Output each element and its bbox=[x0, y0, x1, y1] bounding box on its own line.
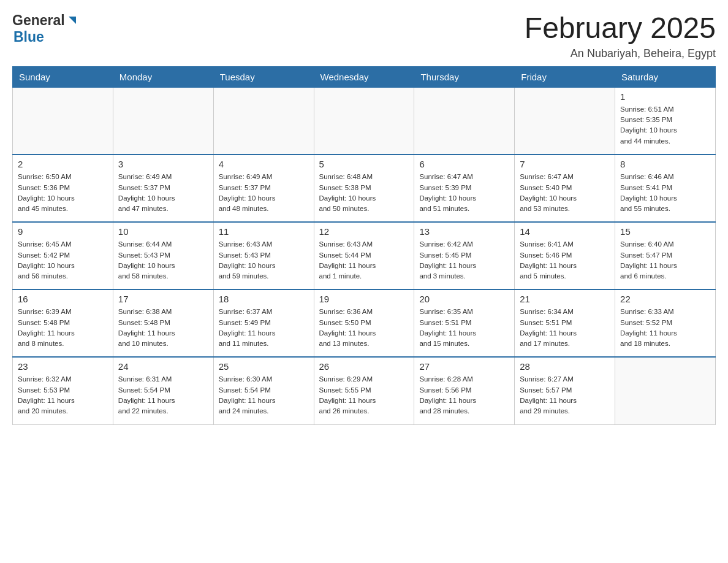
day-info: Sunrise: 6:47 AM Sunset: 5:39 PM Dayligh… bbox=[419, 172, 509, 214]
calendar-day-cell: 22Sunrise: 6:33 AM Sunset: 5:52 PM Dayli… bbox=[615, 289, 716, 357]
day-number: 21 bbox=[520, 294, 610, 304]
calendar-day-cell: 10Sunrise: 6:44 AM Sunset: 5:43 PM Dayli… bbox=[113, 222, 213, 289]
day-number: 10 bbox=[118, 226, 208, 237]
day-number: 2 bbox=[18, 159, 108, 169]
logo: General Blue bbox=[12, 12, 78, 45]
logo-general-text: General bbox=[12, 12, 65, 29]
day-number: 25 bbox=[219, 361, 309, 372]
day-number: 15 bbox=[620, 226, 710, 237]
calendar-day-cell: 13Sunrise: 6:42 AM Sunset: 5:45 PM Dayli… bbox=[414, 222, 515, 289]
calendar-day-cell bbox=[314, 87, 414, 155]
calendar-day-cell: 14Sunrise: 6:41 AM Sunset: 5:46 PM Dayli… bbox=[515, 222, 615, 289]
calendar-day-cell bbox=[13, 87, 113, 155]
calendar-day-cell: 3Sunrise: 6:49 AM Sunset: 5:37 PM Daylig… bbox=[113, 155, 213, 222]
calendar-day-cell: 16Sunrise: 6:39 AM Sunset: 5:48 PM Dayli… bbox=[13, 289, 113, 357]
day-number: 20 bbox=[419, 294, 509, 304]
day-info: Sunrise: 6:27 AM Sunset: 5:57 PM Dayligh… bbox=[520, 374, 610, 416]
calendar-day-cell: 20Sunrise: 6:35 AM Sunset: 5:51 PM Dayli… bbox=[414, 289, 515, 357]
calendar-week-row: 9Sunrise: 6:45 AM Sunset: 5:42 PM Daylig… bbox=[13, 222, 716, 289]
day-info: Sunrise: 6:47 AM Sunset: 5:40 PM Dayligh… bbox=[520, 172, 610, 214]
day-info: Sunrise: 6:33 AM Sunset: 5:52 PM Dayligh… bbox=[620, 307, 710, 349]
day-number: 27 bbox=[419, 361, 509, 372]
calendar-day-cell: 6Sunrise: 6:47 AM Sunset: 5:39 PM Daylig… bbox=[414, 155, 515, 222]
calendar-day-cell: 18Sunrise: 6:37 AM Sunset: 5:49 PM Dayli… bbox=[213, 289, 314, 357]
day-number: 4 bbox=[219, 159, 309, 169]
day-info: Sunrise: 6:49 AM Sunset: 5:37 PM Dayligh… bbox=[118, 172, 208, 214]
calendar-day-cell: 7Sunrise: 6:47 AM Sunset: 5:40 PM Daylig… bbox=[515, 155, 615, 222]
col-header-sunday: Sunday bbox=[13, 66, 113, 87]
calendar-day-cell: 23Sunrise: 6:32 AM Sunset: 5:53 PM Dayli… bbox=[13, 357, 113, 424]
day-info: Sunrise: 6:51 AM Sunset: 5:35 PM Dayligh… bbox=[620, 104, 710, 147]
calendar-table: SundayMondayTuesdayWednesdayThursdayFrid… bbox=[12, 66, 716, 425]
calendar-day-cell: 2Sunrise: 6:50 AM Sunset: 5:36 PM Daylig… bbox=[13, 155, 113, 222]
day-number: 24 bbox=[118, 361, 208, 372]
day-info: Sunrise: 6:40 AM Sunset: 5:47 PM Dayligh… bbox=[620, 239, 710, 282]
calendar-day-cell bbox=[113, 87, 213, 155]
day-number: 13 bbox=[419, 226, 509, 237]
calendar-header-row: SundayMondayTuesdayWednesdayThursdayFrid… bbox=[13, 66, 716, 87]
day-number: 14 bbox=[520, 226, 610, 237]
day-info: Sunrise: 6:28 AM Sunset: 5:56 PM Dayligh… bbox=[419, 374, 509, 416]
day-info: Sunrise: 6:45 AM Sunset: 5:42 PM Dayligh… bbox=[18, 239, 108, 282]
calendar-day-cell bbox=[414, 87, 515, 155]
day-number: 11 bbox=[219, 226, 309, 237]
calendar-day-cell: 11Sunrise: 6:43 AM Sunset: 5:43 PM Dayli… bbox=[213, 222, 314, 289]
day-info: Sunrise: 6:35 AM Sunset: 5:51 PM Dayligh… bbox=[419, 307, 509, 349]
col-header-monday: Monday bbox=[113, 66, 213, 87]
day-info: Sunrise: 6:50 AM Sunset: 5:36 PM Dayligh… bbox=[18, 172, 108, 214]
title-block: February 2025 An Nubariyah, Beheira, Egy… bbox=[525, 12, 716, 60]
day-info: Sunrise: 6:38 AM Sunset: 5:48 PM Dayligh… bbox=[118, 307, 208, 349]
day-info: Sunrise: 6:46 AM Sunset: 5:41 PM Dayligh… bbox=[620, 172, 710, 214]
day-number: 9 bbox=[18, 226, 108, 237]
day-number: 18 bbox=[219, 294, 309, 304]
calendar-day-cell: 25Sunrise: 6:30 AM Sunset: 5:54 PM Dayli… bbox=[213, 357, 314, 424]
logo-triangle-icon bbox=[66, 14, 78, 29]
day-number: 5 bbox=[319, 159, 409, 169]
day-number: 6 bbox=[419, 159, 509, 169]
day-info: Sunrise: 6:34 AM Sunset: 5:51 PM Dayligh… bbox=[520, 307, 610, 349]
calendar-day-cell: 8Sunrise: 6:46 AM Sunset: 5:41 PM Daylig… bbox=[615, 155, 716, 222]
col-header-tuesday: Tuesday bbox=[213, 66, 314, 87]
day-number: 7 bbox=[520, 159, 610, 169]
day-number: 28 bbox=[520, 361, 610, 372]
day-number: 23 bbox=[18, 361, 108, 372]
col-header-wednesday: Wednesday bbox=[314, 66, 414, 87]
svg-marker-0 bbox=[69, 17, 76, 24]
month-title: February 2025 bbox=[525, 12, 716, 45]
day-info: Sunrise: 6:31 AM Sunset: 5:54 PM Dayligh… bbox=[118, 374, 208, 416]
day-number: 3 bbox=[118, 159, 208, 169]
calendar-week-row: 2Sunrise: 6:50 AM Sunset: 5:36 PM Daylig… bbox=[13, 155, 716, 222]
day-number: 12 bbox=[319, 226, 409, 237]
calendar-day-cell: 4Sunrise: 6:49 AM Sunset: 5:37 PM Daylig… bbox=[213, 155, 314, 222]
calendar-day-cell: 28Sunrise: 6:27 AM Sunset: 5:57 PM Dayli… bbox=[515, 357, 615, 424]
day-info: Sunrise: 6:29 AM Sunset: 5:55 PM Dayligh… bbox=[319, 374, 409, 416]
calendar-day-cell bbox=[213, 87, 314, 155]
calendar-day-cell: 9Sunrise: 6:45 AM Sunset: 5:42 PM Daylig… bbox=[13, 222, 113, 289]
calendar-week-row: 1Sunrise: 6:51 AM Sunset: 5:35 PM Daylig… bbox=[13, 87, 716, 155]
calendar-week-row: 16Sunrise: 6:39 AM Sunset: 5:48 PM Dayli… bbox=[13, 289, 716, 357]
calendar-day-cell: 5Sunrise: 6:48 AM Sunset: 5:38 PM Daylig… bbox=[314, 155, 414, 222]
col-header-saturday: Saturday bbox=[615, 66, 716, 87]
day-info: Sunrise: 6:30 AM Sunset: 5:54 PM Dayligh… bbox=[219, 374, 309, 416]
calendar-day-cell bbox=[515, 87, 615, 155]
page-header: General Blue February 2025 An Nubariyah,… bbox=[12, 12, 716, 60]
day-info: Sunrise: 6:44 AM Sunset: 5:43 PM Dayligh… bbox=[118, 239, 208, 282]
day-number: 16 bbox=[18, 294, 108, 304]
calendar-day-cell: 24Sunrise: 6:31 AM Sunset: 5:54 PM Dayli… bbox=[113, 357, 213, 424]
calendar-day-cell: 21Sunrise: 6:34 AM Sunset: 5:51 PM Dayli… bbox=[515, 289, 615, 357]
day-number: 1 bbox=[620, 91, 710, 102]
day-number: 19 bbox=[319, 294, 409, 304]
day-info: Sunrise: 6:36 AM Sunset: 5:50 PM Dayligh… bbox=[319, 307, 409, 349]
day-info: Sunrise: 6:39 AM Sunset: 5:48 PM Dayligh… bbox=[18, 307, 108, 349]
col-header-thursday: Thursday bbox=[414, 66, 515, 87]
day-info: Sunrise: 6:37 AM Sunset: 5:49 PM Dayligh… bbox=[219, 307, 309, 349]
day-info: Sunrise: 6:48 AM Sunset: 5:38 PM Dayligh… bbox=[319, 172, 409, 214]
day-number: 8 bbox=[620, 159, 710, 169]
day-number: 17 bbox=[118, 294, 208, 304]
logo-blue-text: Blue bbox=[13, 29, 44, 45]
day-info: Sunrise: 6:41 AM Sunset: 5:46 PM Dayligh… bbox=[520, 239, 610, 282]
calendar-day-cell bbox=[615, 357, 716, 424]
calendar-day-cell: 19Sunrise: 6:36 AM Sunset: 5:50 PM Dayli… bbox=[314, 289, 414, 357]
day-info: Sunrise: 6:43 AM Sunset: 5:44 PM Dayligh… bbox=[319, 239, 409, 282]
calendar-day-cell: 17Sunrise: 6:38 AM Sunset: 5:48 PM Dayli… bbox=[113, 289, 213, 357]
